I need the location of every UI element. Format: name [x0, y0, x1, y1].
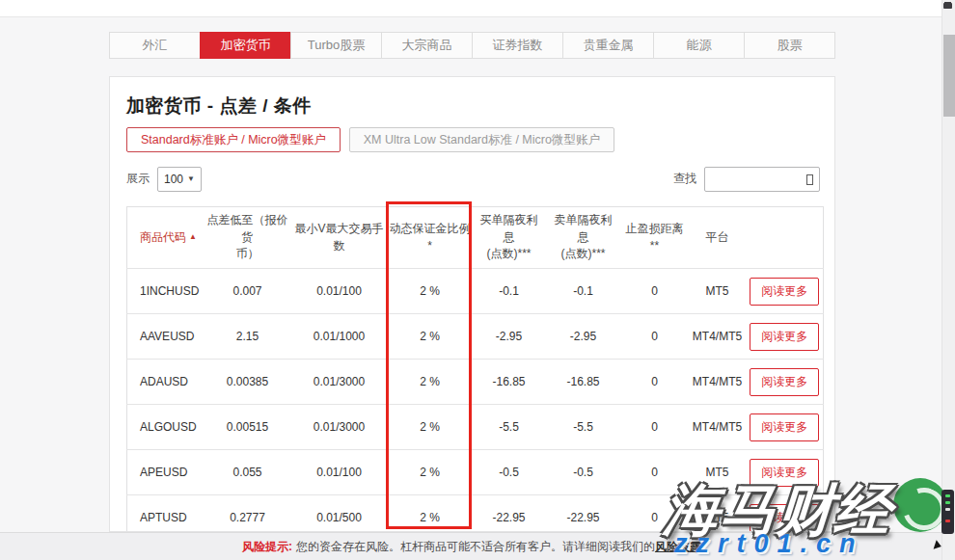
column-header-swap-short[interactable]: 卖单隔夜利 息 (点数)***: [546, 207, 621, 269]
cell-symbol: APEUSD: [127, 450, 205, 495]
cell-swap-long: -22.95: [473, 495, 546, 533]
content-card: 加密货币 - 点差 / 条件 Standard标准账户 / Micro微型账户 …: [109, 76, 835, 532]
cell-margin: 2 %: [388, 405, 473, 450]
cell-stops: 0: [621, 405, 689, 450]
column-header-stop-level[interactable]: 止盈损距离 **: [621, 207, 689, 269]
page-title: 加密货币 - 点差 / 条件: [126, 93, 312, 119]
search-icon: [806, 174, 813, 185]
cell-margin: 2 %: [388, 314, 473, 360]
column-header-action: [747, 207, 824, 269]
tab-turbo-stocks[interactable]: Turbo股票: [290, 32, 382, 59]
table-controls: 展示 100 ▼ 查找: [126, 166, 820, 192]
table-row: AAVEUSD2.150.01/10002 %-2.95-2.950MT4/MT…: [127, 314, 824, 360]
cell-lots: 0.01/500: [291, 495, 388, 533]
cell-margin: 2 %: [388, 450, 473, 495]
cell-action: 阅读更多: [747, 360, 824, 405]
column-header-platform[interactable]: 平台: [689, 207, 747, 269]
cell-swap-long: -16.85: [473, 360, 546, 405]
read-more-button[interactable]: 阅读更多: [750, 413, 819, 441]
cell-stops: 0: [621, 360, 689, 405]
tab-energies[interactable]: 能源: [653, 32, 745, 59]
read-more-button[interactable]: 阅读更多: [750, 323, 819, 351]
tab-crypto[interactable]: 加密货币: [200, 32, 291, 59]
cell-stops: 0: [621, 314, 689, 360]
cell-stops: 0: [621, 269, 689, 314]
cell-platform: MT4/MT5: [689, 314, 747, 360]
risk-warning-text: 您的资金存在风险。杠杆商品可能不适合所有客户。请详细阅读我们的: [296, 539, 655, 555]
risk-warning-prefix: 风险提示:: [242, 539, 292, 555]
table-row: ALGOUSD0.005150.01/30002 %-5.5-5.50MT4/M…: [127, 405, 824, 450]
column-header-lots[interactable]: 最小V最大交易手 数: [291, 207, 388, 269]
ultra-low-account-button[interactable]: XM Ultra Low Standard标准 / Micro微型账户: [349, 127, 614, 152]
column-header-swap-long[interactable]: 买单隔夜利 息 (点数)***: [473, 207, 546, 269]
tab-precious-metals[interactable]: 贵重金属: [562, 32, 654, 59]
chevron-down-icon: ▼: [187, 174, 195, 183]
cell-swap-short: -2.95: [546, 314, 621, 360]
tab-shares[interactable]: 股票: [744, 32, 835, 59]
watermark-device-icon: [941, 490, 954, 534]
cell-swap-short: -5.5: [546, 405, 621, 450]
column-header-symbol-label: 商品代码: [140, 230, 186, 244]
column-header-spread[interactable]: 点差低至（报价货 币）: [205, 207, 291, 269]
column-header-margin[interactable]: 动态保证金比例 *: [388, 207, 473, 269]
cell-swap-long: -0.5: [473, 450, 546, 495]
column-header-symbol[interactable]: 商品代码▲: [127, 207, 205, 269]
cell-lots: 0.01/3000: [291, 360, 388, 405]
cell-symbol: ALGOUSD: [127, 405, 205, 450]
cell-spread: 0.2777: [205, 495, 291, 533]
cell-spread: 0.007: [205, 269, 291, 314]
cell-margin: 2 %: [388, 269, 473, 314]
tab-equity-indices[interactable]: 证券指数: [472, 32, 563, 59]
cell-swap-long: -2.95: [473, 314, 546, 360]
watermark-domain: zzrt01.cn: [674, 529, 864, 559]
cell-platform: MT5: [689, 269, 747, 314]
page-top-strip: [0, 0, 955, 17]
cell-spread: 2.15: [205, 314, 291, 360]
cell-swap-long: -5.5: [473, 405, 546, 450]
cell-symbol: ADAUSD: [127, 360, 205, 405]
standard-micro-account-button[interactable]: Standard标准账户 / Micro微型账户: [126, 127, 341, 152]
cell-margin: 2 %: [388, 360, 473, 405]
search-field-wrap: [704, 167, 820, 192]
account-type-switch: Standard标准账户 / Micro微型账户 XM Ultra Low St…: [126, 127, 614, 152]
entries-per-page-select[interactable]: 100 ▼: [157, 167, 202, 192]
cell-swap-short: -0.1: [546, 269, 621, 314]
table-row: ADAUSD0.003850.01/30002 %-16.85-16.850MT…: [127, 360, 824, 405]
cell-spread: 0.055: [205, 450, 291, 495]
cell-lots: 0.01/100: [291, 450, 388, 495]
cell-platform: MT4/MT5: [689, 360, 747, 405]
cell-symbol: 1INCHUSD: [127, 269, 205, 314]
instrument-tabbar: 外汇 加密货币 Turbo股票 大宗商品 证券指数 贵重金属 能源 股票: [109, 32, 835, 59]
table-header-row: 商品代码▲ 点差低至（报价货 币） 最小V最大交易手 数 动态保证金比例 * 买…: [127, 207, 824, 269]
read-more-button[interactable]: 阅读更多: [750, 368, 819, 396]
cell-action: 阅读更多: [747, 269, 824, 314]
cell-platform: MT4/MT5: [689, 405, 747, 450]
cell-swap-long: -0.1: [473, 269, 546, 314]
cell-symbol: AAVEUSD: [127, 314, 205, 360]
scrollbar-top-icon: [943, 3, 952, 9]
table-row: 1INCHUSD0.0070.01/1002 %-0.1-0.10MT5阅读更多: [127, 269, 824, 314]
cell-spread: 0.00385: [205, 360, 291, 405]
watermark-logo-circle: [893, 478, 947, 532]
search-label: 查找: [673, 171, 696, 187]
entries-per-page-value: 100: [164, 173, 183, 186]
cell-swap-short: -22.95: [546, 495, 621, 533]
cell-swap-short: -16.85: [546, 360, 621, 405]
scrollbar-thumb[interactable]: [943, 35, 955, 117]
cell-action: 阅读更多: [747, 314, 824, 360]
search-input[interactable]: [704, 167, 820, 192]
cell-symbol: APTUSD: [127, 495, 205, 533]
cell-margin: 2 %: [388, 495, 473, 533]
vertical-scrollbar[interactable]: [941, 0, 955, 560]
sort-ascending-icon: ▲: [189, 232, 197, 241]
cell-lots: 0.01/3000: [291, 405, 388, 450]
show-entries-label: 展示: [126, 171, 150, 187]
read-more-button[interactable]: 阅读更多: [750, 278, 819, 306]
tab-commodities[interactable]: 大宗商品: [381, 32, 473, 59]
cell-action: 阅读更多: [747, 405, 824, 450]
cell-spread: 0.00515: [205, 405, 291, 450]
cell-lots: 0.01/1000: [291, 314, 388, 360]
cell-lots: 0.01/100: [291, 269, 388, 314]
tab-forex[interactable]: 外汇: [109, 32, 201, 59]
cell-swap-short: -0.5: [546, 450, 621, 495]
